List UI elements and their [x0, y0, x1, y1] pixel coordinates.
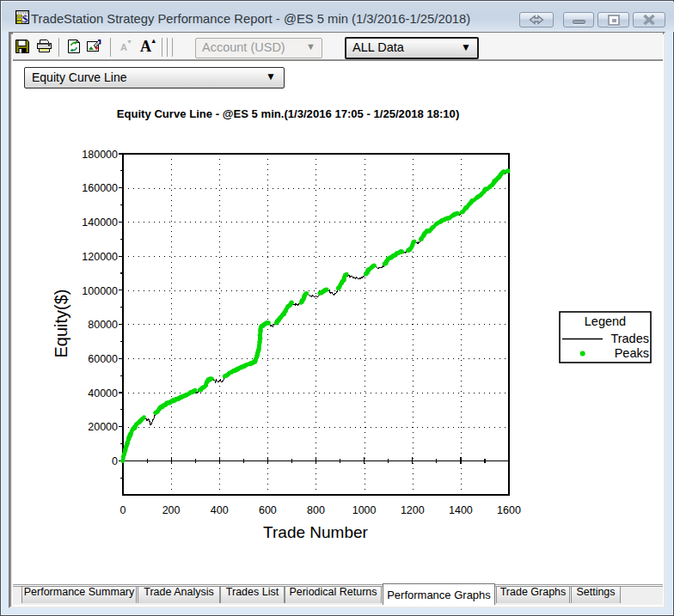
- svg-text:$: $: [22, 12, 28, 24]
- svg-text:1600: 1600: [497, 504, 521, 516]
- svg-text:1400: 1400: [449, 504, 473, 516]
- svg-text:100000: 100000: [82, 285, 118, 297]
- svg-text:Equity Curve Line - @ES 5 min.: Equity Curve Line - @ES 5 min.(1/3/2016 …: [117, 107, 460, 120]
- svg-text:40000: 40000: [88, 387, 118, 399]
- svg-text:0: 0: [112, 455, 118, 467]
- svg-text:800: 800: [307, 504, 325, 516]
- svg-text:180000: 180000: [82, 149, 118, 161]
- svg-text:Trade Number: Trade Number: [263, 523, 368, 541]
- svg-text:200: 200: [162, 504, 181, 516]
- svg-text:140000: 140000: [82, 217, 118, 229]
- svg-text:80000: 80000: [88, 319, 118, 331]
- svg-text:400: 400: [211, 504, 229, 516]
- svg-text:Legend: Legend: [585, 314, 626, 328]
- svg-text:Equity($): Equity($): [52, 289, 70, 357]
- svg-text:Peaks: Peaks: [615, 346, 649, 360]
- svg-text:600: 600: [259, 504, 277, 516]
- svg-text:120000: 120000: [82, 251, 118, 263]
- svg-text:1000: 1000: [352, 504, 377, 516]
- svg-text:60000: 60000: [88, 353, 118, 365]
- svg-text:20000: 20000: [88, 421, 118, 433]
- svg-text:160000: 160000: [82, 182, 118, 194]
- svg-text:Trades: Trades: [610, 332, 649, 345]
- svg-text:1200: 1200: [401, 504, 425, 516]
- svg-text:0: 0: [120, 504, 126, 516]
